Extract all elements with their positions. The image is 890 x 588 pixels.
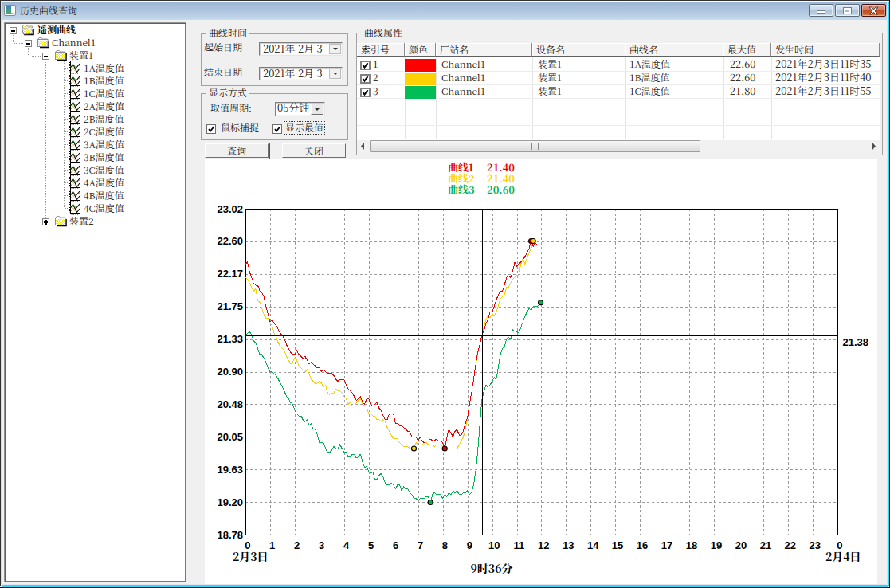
svg-text:19.63: 19.63: [217, 464, 243, 476]
svg-text:2月4日: 2月4日: [825, 548, 861, 564]
svg-text:19.20: 19.20: [217, 496, 243, 508]
svg-text:21: 21: [760, 539, 771, 551]
svg-text:22.17: 22.17: [217, 268, 243, 280]
svg-text:10: 10: [488, 539, 500, 551]
svg-text:9: 9: [467, 539, 472, 551]
svg-text:13: 13: [563, 539, 574, 551]
svg-text:7: 7: [418, 539, 423, 551]
svg-text:20.48: 20.48: [217, 398, 243, 410]
svg-text:23: 23: [810, 539, 821, 551]
svg-text:4: 4: [343, 539, 350, 551]
svg-text:18: 18: [686, 539, 697, 551]
svg-text:20.05: 20.05: [217, 431, 243, 443]
svg-text:6: 6: [393, 539, 398, 551]
svg-text:5: 5: [368, 539, 374, 551]
svg-text:22.60: 22.60: [217, 235, 243, 247]
svg-text:18.78: 18.78: [217, 529, 243, 541]
svg-text:22: 22: [785, 539, 796, 551]
svg-text:21.75: 21.75: [217, 300, 243, 312]
svg-text:20: 20: [735, 539, 747, 551]
svg-text:2: 2: [294, 539, 300, 551]
svg-text:3: 3: [319, 539, 324, 551]
svg-text:15: 15: [612, 539, 623, 551]
svg-text:20.90: 20.90: [217, 366, 243, 378]
svg-text:21.33: 21.33: [217, 333, 243, 345]
svg-text:2月3日: 2月3日: [233, 548, 269, 564]
svg-text:21.38: 21.38: [843, 336, 869, 348]
svg-text:11: 11: [513, 539, 524, 551]
svg-text:19: 19: [711, 539, 722, 551]
svg-text:23.02: 23.02: [217, 203, 243, 215]
svg-text:8: 8: [442, 539, 448, 551]
svg-text:12: 12: [538, 539, 549, 551]
svg-text:16: 16: [637, 539, 648, 551]
svg-text:1: 1: [269, 539, 275, 551]
svg-text:9时36分: 9时36分: [471, 560, 513, 576]
svg-text:14: 14: [587, 539, 599, 551]
svg-text:17: 17: [661, 539, 672, 551]
